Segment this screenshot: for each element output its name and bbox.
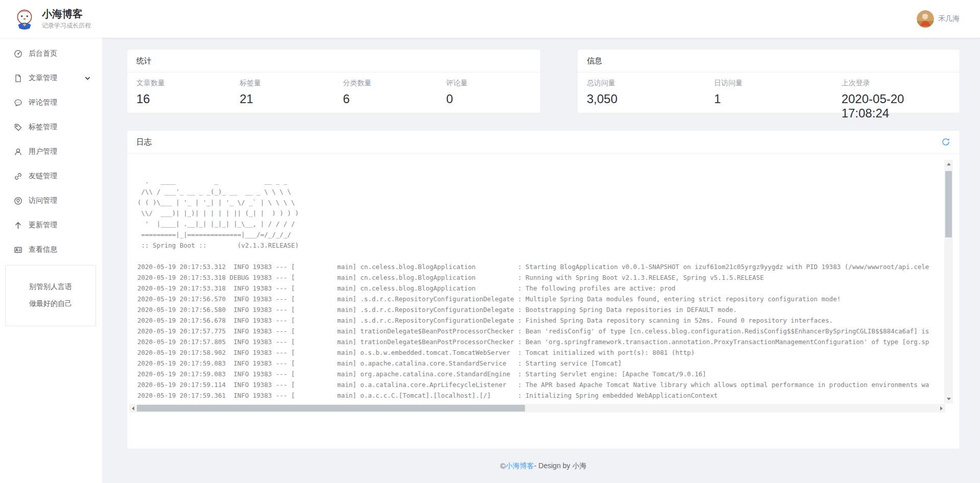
metric-value: 0 xyxy=(446,92,531,106)
chevron-down-icon xyxy=(84,75,91,82)
stats-card: 统计 文章数量 16 标签量 21 分类数量 6 评论量 xyxy=(127,49,541,113)
log-line: 2020-05-19 20:17:59.114 INFO 19383 --- [… xyxy=(137,379,944,390)
info-card-title: 信息 xyxy=(578,50,960,73)
main-content: 统计 文章数量 16 标签量 21 分类数量 6 评论量 xyxy=(102,38,980,483)
metric-tags: 标签量 21 xyxy=(230,79,333,106)
metric-daily-visits: 日访问量 1 xyxy=(705,79,832,120)
comment-icon xyxy=(14,99,22,107)
app-title: 小海博客 xyxy=(42,8,91,20)
log-line: 2020-05-19 20:17:59.361 INFO 19383 --- [… xyxy=(137,390,944,401)
sidebar-item-label: 后台首页 xyxy=(29,49,57,58)
app-subtitle: 记录学习成长历程 xyxy=(42,21,91,30)
sidebar-item-dashboard[interactable]: 后台首页 xyxy=(0,41,102,66)
motto-box: 别管别人言语 做最好的自己 xyxy=(5,265,96,326)
log-line: 2020-05-19 20:17:53.318 INFO 19383 --- [… xyxy=(137,283,944,294)
sidebar-item-tags[interactable]: 标签管理 xyxy=(0,115,102,139)
banner-line: ' |____| .__|_| |_|_| |_\__, | / / / / xyxy=(137,219,944,229)
sidebar-item-label: 标签管理 xyxy=(29,123,57,132)
log-line: 2020-05-19 20:17:59.083 INFO 19383 --- [… xyxy=(137,369,944,379)
log-card: 日志 . ____ _ __ _ _ /\\ / ___'_ __ _ _(_)… xyxy=(127,130,960,449)
vertical-scrollbar-thumb[interactable] xyxy=(945,171,952,237)
log-line: 2020-05-19 20:17:57.805 INFO 19383 --- [… xyxy=(137,336,944,347)
banner-line: ( ( )\___ | '_ | '_| | '_ \/ _` | \ \ \ … xyxy=(137,197,944,208)
id-card-icon xyxy=(14,246,22,254)
metric-label: 总访问量 xyxy=(587,79,696,88)
metric-value: 3,050 xyxy=(587,92,696,106)
scrollbar-right-arrow[interactable] xyxy=(940,406,943,410)
log-line: 2020-05-19 20:17:56.570 INFO 19383 --- [… xyxy=(137,294,944,304)
scrollbar-up-arrow[interactable] xyxy=(947,163,951,165)
metric-comments: 评论量 0 xyxy=(437,79,540,106)
metric-label: 评论量 xyxy=(446,79,531,88)
banner-line: . ____ _ __ _ _ xyxy=(137,176,944,186)
sidebar-item-label: 评论管理 xyxy=(29,98,57,107)
log-line: 2020-05-19 20:17:53.312 INFO 19383 --- [… xyxy=(137,261,944,272)
location-icon xyxy=(14,197,22,205)
log-line: 2020-05-19 20:17:58.902 INFO 19383 --- [… xyxy=(137,347,944,358)
metric-label: 标签量 xyxy=(240,79,324,88)
stats-card-title: 统计 xyxy=(127,50,540,73)
vertical-scrollbar[interactable] xyxy=(944,160,953,403)
user-icon xyxy=(14,148,22,156)
horizontal-scrollbar[interactable] xyxy=(129,404,945,413)
metric-total-visits: 总访问量 3,050 xyxy=(578,79,705,120)
metric-label: 分类数量 xyxy=(343,79,428,88)
banner-line: :: Spring Boot :: (v2.1.3.RELEASE) xyxy=(137,240,944,251)
metric-label: 文章数量 xyxy=(136,79,221,88)
sidebar-item-label: 文章管理 xyxy=(29,74,57,83)
footer-designer: - Design by 小海 xyxy=(534,462,587,471)
horizontal-scrollbar-thumb[interactable] xyxy=(137,405,525,412)
sidebar-item-updates[interactable]: 更新管理 xyxy=(0,213,102,237)
spring-boot-banner: . ____ _ __ _ _ /\\ / ___'_ __ _ _(_)_ _… xyxy=(137,176,944,251)
scrollbar-down-arrow[interactable] xyxy=(947,398,951,400)
sidebar-item-articles[interactable]: 文章管理 xyxy=(0,66,102,90)
arrow-up-icon xyxy=(14,221,22,230)
banner-line: =========|_|==============|___/=/_/_/_/ xyxy=(137,229,944,240)
sidebar-item-links[interactable]: 友链管理 xyxy=(0,164,102,188)
sidebar-item-label: 访问管理 xyxy=(29,196,57,205)
metric-articles: 文章数量 16 xyxy=(127,79,230,106)
document-icon xyxy=(14,74,22,83)
info-card: 信息 总访问量 3,050 日访问量 1 上次登录 2020-05-20 17:… xyxy=(577,49,960,113)
footer-copyright: © xyxy=(500,462,505,470)
footer: © 小海博客 - Design by 小海 xyxy=(127,449,960,483)
username[interactable]: 禾几海 xyxy=(938,14,960,23)
log-line: 2020-05-19 20:17:59.083 INFO 19383 --- [… xyxy=(137,358,944,369)
sidebar-item-users[interactable]: 用户管理 xyxy=(0,139,102,164)
dashboard-icon xyxy=(14,50,22,58)
metric-value: 6 xyxy=(343,92,428,106)
motto-line-1: 别管别人言语 xyxy=(6,278,95,295)
sidebar-item-label: 更新管理 xyxy=(29,221,57,230)
log-line: 2020-05-19 20:17:56.580 INFO 19383 --- [… xyxy=(137,304,944,315)
sidebar: 后台首页 文章管理 评论管理 标签管理 用 xyxy=(0,38,102,483)
metric-value: 2020-05-20 17:08:24 xyxy=(842,92,950,120)
logo-image xyxy=(13,8,36,30)
metric-value: 21 xyxy=(240,92,324,106)
sidebar-item-comments[interactable]: 评论管理 xyxy=(0,90,102,115)
refresh-icon[interactable] xyxy=(941,137,950,147)
log-output: . ____ _ __ _ _ /\\ / ___'_ __ _ _(_)_ _… xyxy=(129,160,944,403)
avatar[interactable] xyxy=(917,10,934,28)
motto-line-2: 做最好的自己 xyxy=(6,295,95,312)
metric-label: 日访问量 xyxy=(714,79,823,88)
link-icon xyxy=(14,172,22,181)
metric-label: 上次登录 xyxy=(842,79,950,88)
footer-blog-link[interactable]: 小海博客 xyxy=(506,462,534,471)
banner-line: \\/ ___)| |_)| | | | | || (_| | ) ) ) ) xyxy=(137,208,944,219)
user-menu[interactable]: 禾几海 xyxy=(917,10,960,28)
sidebar-item-info[interactable]: 查看信息 xyxy=(0,237,102,262)
scrollbar-left-arrow[interactable] xyxy=(132,406,134,410)
log-line: 2020-05-19 20:17:56.678 INFO 19383 --- [… xyxy=(137,315,944,326)
banner-line: /\\ / ___'_ __ _ _(_)_ __ __ _ \ \ \ \ xyxy=(137,186,944,197)
sidebar-item-label: 用户管理 xyxy=(29,147,57,156)
metric-value: 1 xyxy=(714,92,823,106)
sidebar-item-label: 查看信息 xyxy=(29,245,57,254)
app-header: 小海博客 记录学习成长历程 禾几海 xyxy=(0,0,980,38)
log-lines: 2020-05-19 20:17:53.312 INFO 19383 --- [… xyxy=(137,261,944,401)
sidebar-item-visits[interactable]: 访问管理 xyxy=(0,188,102,213)
metric-value: 16 xyxy=(136,92,221,106)
metric-categories: 分类数量 6 xyxy=(334,79,437,106)
log-line: 2020-05-19 20:17:57.775 INFO 19383 --- [… xyxy=(137,326,944,336)
sidebar-item-label: 友链管理 xyxy=(29,172,57,181)
tag-icon xyxy=(14,123,22,132)
